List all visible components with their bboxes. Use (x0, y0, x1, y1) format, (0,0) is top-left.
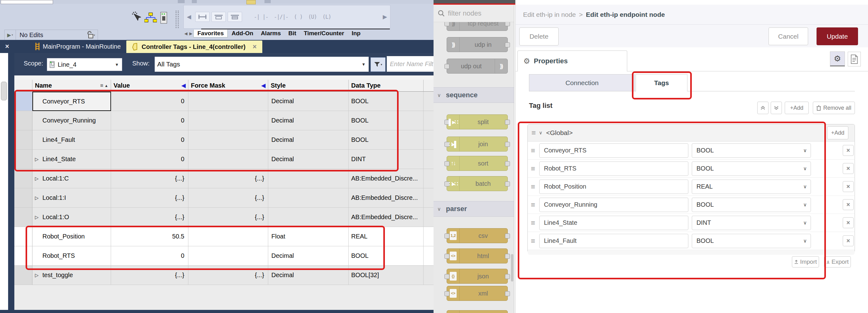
palette-node-xml[interactable]: <>xml (446, 286, 508, 301)
row-header-cell[interactable] (14, 265, 32, 285)
tag-force-cell[interactable] (188, 227, 268, 246)
verify-play-icon[interactable]: ▶▾ (5, 30, 16, 40)
drag-handle-icon[interactable]: ≡ (531, 182, 539, 191)
tag-name-cell[interactable]: ▷Line4_State (32, 150, 111, 169)
ladder-instruction-glyph[interactable]: -| |- (254, 14, 268, 20)
tag-value-cell[interactable]: 50.5 (111, 227, 188, 246)
close-panel-icon[interactable]: × (0, 40, 14, 53)
expand-arrow-icon[interactable]: ▷ (35, 176, 39, 182)
palette-node-yaml[interactable]: --yaml (446, 310, 508, 313)
tag-value-cell[interactable]: {...} (111, 188, 188, 208)
close-tab-icon[interactable]: × (253, 43, 257, 51)
tag-name-cell[interactable]: Line4_Fault (32, 130, 111, 150)
ladder-instruction-glyph[interactable]: -|/|- (274, 14, 288, 20)
tag-group-header[interactable]: ≡ ∨ <Global> +Add (528, 124, 855, 142)
ladder-instruction-glyph[interactable]: ( ) (294, 14, 303, 20)
tag-type-select[interactable]: BOOL∨ (692, 161, 811, 176)
tag-force-cell[interactable] (188, 150, 268, 169)
tag-style-cell[interactable]: Decimal (268, 130, 349, 150)
filter-funnel-button[interactable]: ▾ (371, 57, 385, 72)
drag-handle-icon[interactable]: ≡ (531, 164, 539, 173)
ladder-instruction-glyph[interactable]: (L) (322, 14, 331, 20)
tag-force-cell[interactable] (188, 111, 268, 130)
tag-list-row[interactable]: ≡REAL∨× (528, 178, 855, 196)
tag-list-row[interactable]: ≡BOOL∨× (528, 232, 855, 250)
table-row[interactable]: ▷Line4_State0DecimalDINT (14, 150, 434, 169)
tag-name-input[interactable] (539, 198, 688, 212)
tag-value-cell[interactable]: 0 (111, 111, 188, 130)
drag-handle-icon[interactable]: ≡ (531, 219, 539, 227)
palette-node-csv[interactable]: 1,2csv (446, 228, 508, 243)
table-row[interactable]: Robot_RTS0DecimalBOOL (14, 246, 434, 265)
remove-tag-button[interactable]: × (843, 236, 854, 246)
corner-header-cell[interactable] (14, 80, 32, 92)
name-filter-input[interactable]: Enter Name Filt (387, 56, 437, 72)
tag-type-select[interactable]: BOOL∨ (692, 234, 811, 248)
ladder-instruction-glyph[interactable]: (U) (308, 14, 317, 20)
tag-value-cell[interactable]: {...} (111, 265, 188, 285)
tabs-scroll-left-icon[interactable]: ◀ (184, 31, 187, 36)
table-row[interactable]: Robot_Position50.5FloatREAL (14, 227, 434, 246)
tag-style-cell[interactable] (268, 188, 349, 208)
tag-type-cell[interactable]: AB:Embedded_Discre... (349, 188, 424, 208)
instruction-tab-addon[interactable]: Add-On (228, 30, 257, 37)
add-tag-button[interactable]: +Add (785, 102, 809, 114)
tag-type-cell[interactable]: BOOL (349, 130, 424, 150)
tag-value-cell[interactable]: 0 (111, 92, 188, 111)
delete-button[interactable]: Delete (519, 27, 559, 45)
tag-name-cell[interactable]: ▷Local:1:C (32, 169, 111, 188)
tag-style-cell[interactable]: Decimal (268, 150, 349, 169)
data-type-column-header[interactable]: Data Type (349, 80, 424, 92)
tag-type-cell[interactable]: AB:Embedded_Discre... (349, 169, 424, 188)
tab-mainroutine[interactable]: MainProgram - MainRoutine (29, 40, 126, 53)
tag-value-cell[interactable]: 0 (111, 130, 188, 150)
select-cursor-icon[interactable] (131, 11, 141, 24)
palette-category-sequence[interactable]: ∨sequence (434, 87, 514, 103)
style-column-header[interactable]: Style (268, 80, 349, 92)
palette-node-sort[interactable]: ↑↓sort (446, 156, 508, 171)
tab-tags[interactable]: Tags (636, 74, 687, 91)
tag-type-cell[interactable]: AB:Embedded_Discre... (349, 208, 424, 227)
node-description-icon-button[interactable] (848, 52, 861, 66)
tab-controller-tags[interactable]: Controller Tags - Line_4(controller) × (126, 40, 262, 53)
tag-force-cell[interactable] (188, 130, 268, 150)
left-scrollbar[interactable] (0, 53, 9, 310)
table-row[interactable]: ▷Local:1:O{...}{...}AB:Embedded_Discre..… (14, 208, 434, 227)
tag-force-cell[interactable]: {...} (188, 208, 268, 227)
instruction-tab-inp[interactable]: Inp (348, 30, 364, 37)
drag-handle-icon[interactable]: ≡ (531, 128, 536, 137)
update-button[interactable]: Update (816, 27, 858, 45)
unlock-icon[interactable]: ▾ (86, 31, 98, 39)
palette-node-tcp-request[interactable]: ))tcp request (446, 22, 508, 31)
rung-button[interactable] (195, 12, 210, 22)
instruction-tab-alarms[interactable]: Alarms (257, 30, 284, 37)
tab-connection[interactable]: Connection (529, 74, 635, 91)
tag-name-input[interactable] (539, 234, 688, 248)
table-row[interactable]: ▷Local:1:C{...}{...}AB:Embedded_Discre..… (14, 169, 434, 188)
tag-name-cell[interactable]: Robot_Position (32, 227, 111, 246)
show-select[interactable]: All Tags ▼ (155, 57, 369, 72)
move-down-button[interactable] (771, 102, 782, 114)
tag-style-cell[interactable]: Float (268, 227, 349, 246)
remove-tag-button[interactable]: × (843, 181, 854, 192)
palette-node-json[interactable]: {}json (446, 269, 508, 284)
tag-name-cell[interactable]: ▷Local:1:I (32, 188, 111, 208)
remove-tag-button[interactable]: × (843, 199, 854, 210)
tag-name-cell[interactable]: ▷Local:1:O (32, 208, 111, 227)
tag-style-cell[interactable]: Decimal (268, 92, 349, 111)
palette-node-batch[interactable]: ∷▸∷batch (446, 176, 508, 191)
tag-type-cell[interactable]: BOOL (349, 92, 424, 111)
value-column-header[interactable]: Value ◀ (111, 80, 188, 92)
row-header-cell[interactable] (14, 150, 32, 169)
tag-list-row[interactable]: ≡DINT∨× (528, 214, 855, 232)
remove-tag-button[interactable]: × (843, 217, 854, 228)
table-row[interactable]: Conveyor_Running0DecimalBOOL (14, 111, 434, 130)
chevron-down-icon[interactable]: ∨ (539, 130, 542, 136)
tag-value-cell[interactable]: 0 (111, 150, 188, 169)
expand-arrow-icon[interactable]: ▷ (35, 195, 39, 201)
scroll-left-icon[interactable]: ◀ (184, 13, 194, 20)
group-add-button[interactable]: +Add (827, 126, 848, 139)
tag-force-cell[interactable] (188, 92, 268, 111)
palette-node-udp-out[interactable]: ))udp out (446, 59, 508, 73)
tag-name-input[interactable] (539, 216, 688, 230)
